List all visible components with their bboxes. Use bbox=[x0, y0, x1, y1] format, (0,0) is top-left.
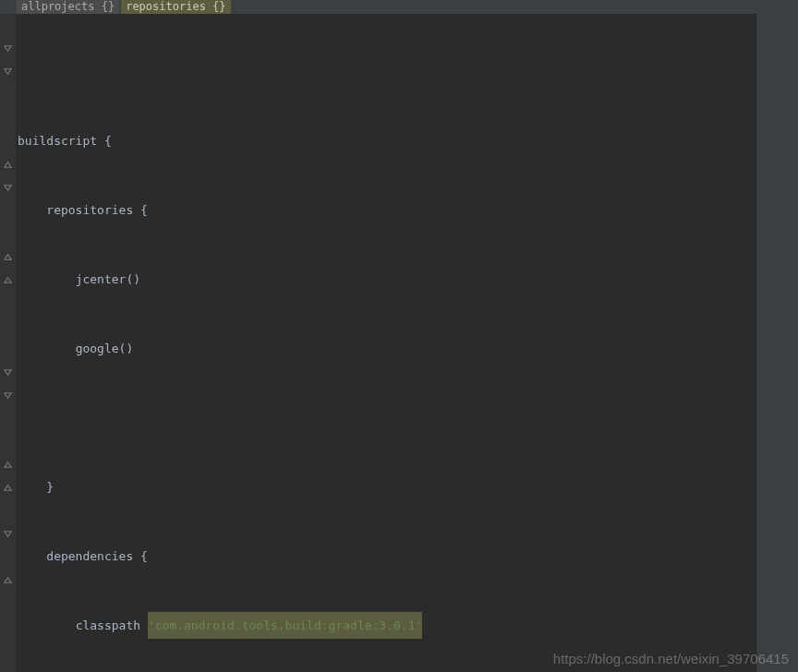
code-area[interactable]: buildscript { repositories { jcenter() g… bbox=[16, 14, 756, 672]
code-line bbox=[16, 60, 756, 83]
fold-open-icon[interactable] bbox=[3, 529, 13, 539]
code-editor: buildscript { repositories { jcenter() g… bbox=[0, 14, 798, 672]
breadcrumb-bar: allprojects {} repositories {} bbox=[0, 0, 798, 14]
fold-close-icon[interactable] bbox=[3, 575, 13, 585]
fold-open-icon[interactable] bbox=[3, 43, 13, 54]
fold-open-icon[interactable] bbox=[3, 183, 13, 193]
fold-open-icon[interactable] bbox=[3, 367, 13, 378]
code-line: } bbox=[16, 475, 756, 498]
fold-close-icon[interactable] bbox=[3, 483, 13, 493]
breadcrumb-item[interactable]: allprojects {} bbox=[17, 0, 119, 14]
selected-text: 'com.android.tools.build:gradle:3.0.1' bbox=[148, 612, 422, 639]
fold-close-icon[interactable] bbox=[3, 252, 13, 262]
fold-open-icon[interactable] bbox=[3, 66, 13, 77]
code-line: google() bbox=[16, 337, 756, 360]
code-line: repositories { bbox=[16, 198, 756, 222]
fold-gutter bbox=[0, 14, 16, 672]
breadcrumb-item-active[interactable]: repositories {} bbox=[121, 0, 230, 14]
fold-close-icon[interactable] bbox=[3, 460, 13, 470]
code-line: classpath 'com.android.tools.build:gradl… bbox=[16, 614, 756, 637]
code-line: dependencies { bbox=[16, 545, 756, 568]
fold-open-icon[interactable] bbox=[3, 390, 13, 401]
scrollbar-track[interactable] bbox=[756, 14, 798, 672]
code-line: buildscript { bbox=[16, 129, 756, 152]
fold-close-icon[interactable] bbox=[3, 160, 13, 170]
fold-close-icon[interactable] bbox=[3, 275, 13, 285]
code-line: jcenter() bbox=[16, 268, 756, 291]
code-line bbox=[16, 406, 756, 429]
